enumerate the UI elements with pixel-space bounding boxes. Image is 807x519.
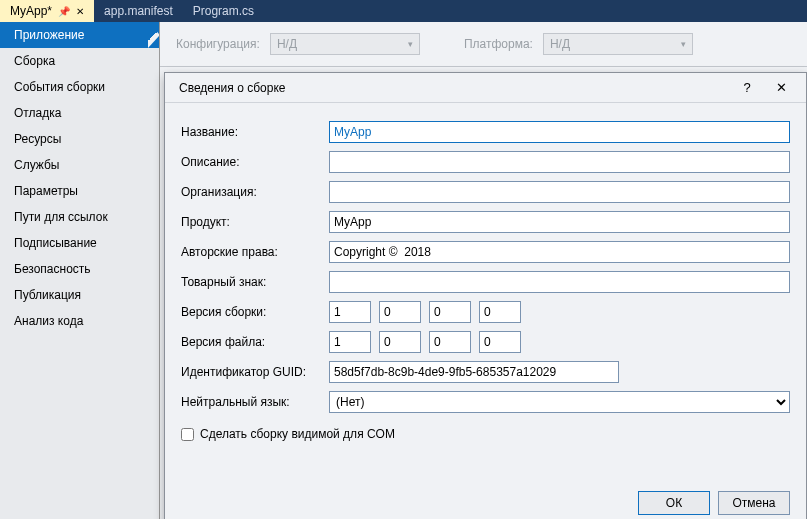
- com-visible-checkbox[interactable]: [181, 428, 194, 441]
- assembly-version-major[interactable]: [329, 301, 371, 323]
- dialog-title: Сведения о сборке: [179, 81, 730, 95]
- trademark-label: Товарный знак:: [181, 275, 321, 289]
- sidebar-item-signing[interactable]: Подписывание: [0, 230, 159, 256]
- name-input[interactable]: [329, 121, 790, 143]
- tab-programcs[interactable]: Program.cs: [183, 0, 264, 22]
- sidebar-item-security[interactable]: Безопасность: [0, 256, 159, 282]
- close-icon[interactable]: ✕: [76, 6, 84, 17]
- assembly-version-minor[interactable]: [379, 301, 421, 323]
- sidebar-item-code-analysis[interactable]: Анализ кода: [0, 308, 159, 334]
- sidebar-item-build[interactable]: Сборка: [0, 48, 159, 74]
- assembly-version-rev[interactable]: [479, 301, 521, 323]
- assembly-info-dialog: Сведения о сборке ? ✕ Название: Описание…: [164, 72, 807, 519]
- name-label: Название:: [181, 125, 321, 139]
- language-select[interactable]: (Нет): [329, 391, 790, 413]
- platform-value: Н/Д: [550, 37, 570, 51]
- sidebar-item-application[interactable]: Приложение: [0, 22, 159, 48]
- configuration-label: Конфигурация:: [176, 37, 260, 51]
- tab-appmanifest[interactable]: app.manifest: [94, 0, 183, 22]
- description-label: Описание:: [181, 155, 321, 169]
- sidebar-item-build-events[interactable]: События сборки: [0, 74, 159, 100]
- copyright-label: Авторские права:: [181, 245, 321, 259]
- chevron-down-icon: ▾: [408, 39, 413, 49]
- document-tabs: MyApp* 📌 ✕ app.manifest Program.cs: [0, 0, 807, 22]
- tab-label: app.manifest: [104, 4, 173, 18]
- company-input[interactable]: [329, 181, 790, 203]
- product-input[interactable]: [329, 211, 790, 233]
- pin-icon[interactable]: 📌: [58, 6, 70, 17]
- configuration-select: Н/Д ▾: [270, 33, 420, 55]
- guid-input[interactable]: [329, 361, 619, 383]
- file-version-major[interactable]: [329, 331, 371, 353]
- guid-label: Идентификатор GUID:: [181, 365, 321, 379]
- company-label: Организация:: [181, 185, 321, 199]
- file-version-label: Версия файла:: [181, 335, 321, 349]
- configuration-value: Н/Д: [277, 37, 297, 51]
- close-button[interactable]: ✕: [764, 73, 798, 102]
- dialog-titlebar: Сведения о сборке ? ✕: [165, 73, 806, 103]
- file-version-build[interactable]: [429, 331, 471, 353]
- copyright-input[interactable]: [329, 241, 790, 263]
- sidebar-item-resources[interactable]: Ресурсы: [0, 126, 159, 152]
- com-visible-label: Сделать сборку видимой для COM: [200, 427, 395, 441]
- help-button[interactable]: ?: [730, 73, 764, 102]
- sidebar-item-services[interactable]: Службы: [0, 152, 159, 178]
- assembly-version-label: Версия сборки:: [181, 305, 321, 319]
- ok-button[interactable]: ОК: [638, 491, 710, 515]
- sidebar-item-debug[interactable]: Отладка: [0, 100, 159, 126]
- file-version-rev[interactable]: [479, 331, 521, 353]
- tab-myapp[interactable]: MyApp* 📌 ✕: [0, 0, 94, 22]
- description-input[interactable]: [329, 151, 790, 173]
- platform-label: Платформа:: [464, 37, 533, 51]
- sidebar-item-publish[interactable]: Публикация: [0, 282, 159, 308]
- language-label: Нейтральный язык:: [181, 395, 321, 409]
- config-row: Конфигурация: Н/Д ▾ Платформа: Н/Д ▾: [160, 22, 807, 67]
- sidebar-item-reference-paths[interactable]: Пути для ссылок: [0, 204, 159, 230]
- sidebar-item-settings[interactable]: Параметры: [0, 178, 159, 204]
- cancel-button[interactable]: Отмена: [718, 491, 790, 515]
- product-label: Продукт:: [181, 215, 321, 229]
- tab-label: Program.cs: [193, 4, 254, 18]
- trademark-input[interactable]: [329, 271, 790, 293]
- assembly-version-build[interactable]: [429, 301, 471, 323]
- chevron-down-icon: ▾: [681, 39, 686, 49]
- file-version-minor[interactable]: [379, 331, 421, 353]
- tab-label: MyApp*: [10, 4, 52, 18]
- properties-sidebar: Приложение Сборка События сборки Отладка…: [0, 22, 160, 519]
- content-area: Конфигурация: Н/Д ▾ Платформа: Н/Д ▾ Све…: [160, 22, 807, 519]
- platform-select: Н/Д ▾: [543, 33, 693, 55]
